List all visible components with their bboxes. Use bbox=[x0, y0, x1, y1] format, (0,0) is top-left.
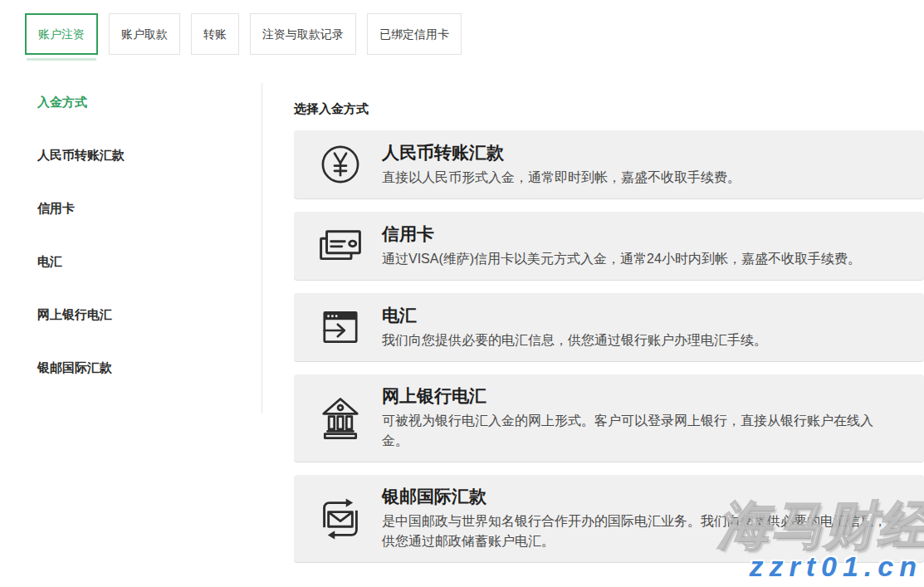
method-card-2[interactable]: 信用卡 通过VISA(维萨)信用卡以美元方式入金，通常24小时内到帐，嘉盛不收取… bbox=[294, 212, 924, 280]
tab-label: 账户注资 bbox=[38, 27, 85, 41]
sidebar-item-3[interactable]: 信用卡 bbox=[37, 201, 262, 254]
deposit-sidebar: 入金方式 人民币转账汇款 信用卡 电汇 网上银行电汇 银邮国际汇款 bbox=[0, 83, 262, 413]
method-card-5[interactable]: 银邮国际汇款 是中国邮政与世界知名银行合作开办的国际电汇业务。我们向您提供必要的… bbox=[294, 475, 924, 562]
yuan-circle-icon bbox=[317, 141, 364, 188]
sidebar-item-2[interactable]: 人民币转账汇款 bbox=[37, 148, 262, 201]
sidebar-item-4[interactable]: 电汇 bbox=[37, 254, 262, 307]
method-description: 通过VISA(维萨)信用卡以美元方式入金，通常24小时内到帐，嘉盛不收取手续费。 bbox=[382, 249, 897, 269]
method-card-text: 人民币转账汇款 直接以人民币形式入金，通常即时到帐，嘉盛不收取手续费。 bbox=[382, 142, 897, 188]
sidebar-item-label: 信用卡 bbox=[37, 201, 75, 215]
method-card-1[interactable]: 人民币转账汇款 直接以人民币形式入金，通常即时到帐，嘉盛不收取手续费。 bbox=[294, 130, 924, 198]
sidebar-item-label: 人民币转账汇款 bbox=[37, 148, 125, 162]
method-description: 我们向您提供必要的电汇信息，供您通过银行账户办理电汇手续。 bbox=[382, 330, 897, 350]
sidebar-item-label: 网上银行电汇 bbox=[37, 307, 112, 321]
tab-label: 注资与取款记录 bbox=[262, 27, 344, 41]
method-card-text: 网上银行电汇 可被视为银行电汇入金的网上形式。客户可以登录网上银行，直接从银行账… bbox=[382, 385, 897, 451]
browser-arrow-icon bbox=[317, 304, 364, 350]
method-title: 银邮国际汇款 bbox=[382, 486, 897, 507]
top-tabs-bar: 账户注资 账户取款 转账 注资与取款记录 已绑定信用卡 bbox=[0, 0, 924, 55]
method-title: 电汇 bbox=[382, 305, 897, 326]
sidebar-item-5[interactable]: 网上银行电汇 bbox=[37, 307, 262, 360]
main-panel: 选择入金方式 人民币转账汇款 直接以人民币形式入金，通常即时到帐，嘉盛不收取手续… bbox=[262, 83, 924, 575]
method-description: 直接以人民币形式入金，通常即时到帐，嘉盛不收取手续费。 bbox=[382, 168, 897, 188]
method-card-4[interactable]: 网上银行电汇 可被视为银行电汇入金的网上形式。客户可以登录网上银行，直接从银行账… bbox=[294, 374, 924, 462]
top-tab-2[interactable]: 账户取款 bbox=[109, 13, 180, 55]
tab-label: 转账 bbox=[203, 27, 227, 41]
method-card-3[interactable]: 电汇 我们向您提供必要的电汇信息，供您通过银行账户办理电汇手续。 bbox=[294, 293, 924, 361]
sidebar-item-label: 入金方式 bbox=[37, 95, 87, 109]
sidebar-item-label: 银邮国际汇款 bbox=[37, 360, 112, 374]
top-tab-5[interactable]: 已绑定信用卡 bbox=[367, 13, 462, 55]
content-area: 入金方式 人民币转账汇款 信用卡 电汇 网上银行电汇 银邮国际汇款 选择入金方式… bbox=[0, 83, 924, 575]
method-card-text: 银邮国际汇款 是中国邮政与世界知名银行合作开办的国际电汇业务。我们向您提供必要的… bbox=[382, 486, 897, 551]
bank-icon bbox=[317, 395, 364, 442]
tab-label: 账户取款 bbox=[121, 27, 168, 41]
sidebar-item-6[interactable]: 银邮国际汇款 bbox=[37, 360, 262, 413]
tab-label: 已绑定信用卡 bbox=[379, 27, 449, 41]
credit-card-icon bbox=[317, 223, 364, 269]
top-tab-4[interactable]: 注资与取款记录 bbox=[250, 13, 356, 55]
sidebar-item-label: 电汇 bbox=[37, 254, 62, 268]
mail-loop-icon bbox=[317, 496, 364, 542]
method-card-text: 电汇 我们向您提供必要的电汇信息，供您通过银行账户办理电汇手续。 bbox=[382, 305, 897, 350]
method-title: 网上银行电汇 bbox=[382, 385, 897, 407]
top-tab-1[interactable]: 账户注资 bbox=[25, 13, 98, 55]
top-tab-3[interactable]: 转账 bbox=[191, 13, 239, 55]
section-heading: 选择入金方式 bbox=[294, 101, 924, 117]
method-card-text: 信用卡 通过VISA(维萨)信用卡以美元方式入金，通常24小时内到帐，嘉盛不收取… bbox=[382, 223, 897, 269]
method-description: 是中国邮政与世界知名银行合作开办的国际电汇业务。我们向您提供必要的电汇信息，供您… bbox=[382, 511, 897, 551]
sidebar-item-1[interactable]: 入金方式 bbox=[37, 95, 262, 148]
method-title: 人民币转账汇款 bbox=[382, 142, 897, 164]
method-description: 可被视为银行电汇入金的网上形式。客户可以登录网上银行，直接从银行账户在线入金。 bbox=[382, 411, 897, 451]
method-title: 信用卡 bbox=[382, 223, 897, 245]
method-card-list: 人民币转账汇款 直接以人民币形式入金，通常即时到帐，嘉盛不收取手续费。 信用卡 … bbox=[294, 130, 924, 562]
